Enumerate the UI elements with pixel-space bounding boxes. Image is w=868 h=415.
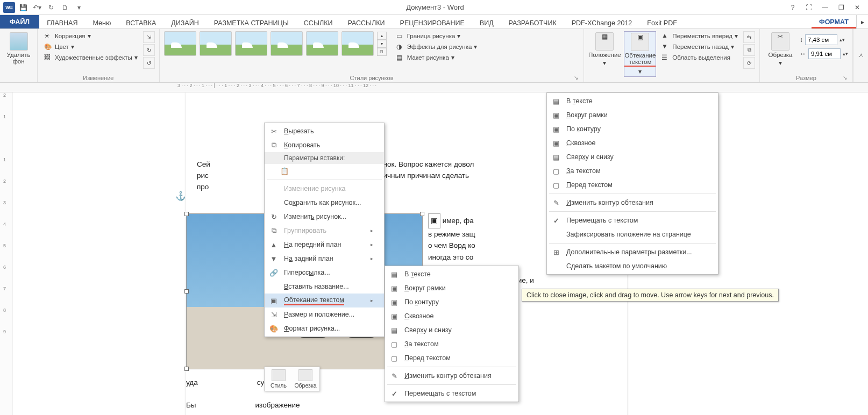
wrap-text-button[interactable]: ▣ Обтекание текстом▾ <box>624 31 656 77</box>
rotate-button[interactable]: ⟳ <box>743 57 755 69</box>
restore-button[interactable]: ❐ <box>834 2 849 13</box>
tab-layout[interactable]: РАЗМЕТКА СТРАНИЦЫ <box>207 15 296 28</box>
ctx-cut[interactable]: ✂Вырезать <box>265 124 384 138</box>
sub-move-with-text[interactable]: ✓Перемещать с текстом <box>385 387 518 400</box>
tab-view[interactable]: ВИД <box>472 15 501 28</box>
style-thumb-2[interactable] <box>200 31 232 56</box>
align-button[interactable]: ⇆ <box>743 31 755 43</box>
ctx-format-picture[interactable]: 🎨Формат рисунка... <box>265 321 384 335</box>
picture-effects-button[interactable]: ◑Эффекты для рисунка ▾ <box>394 42 480 52</box>
height-input[interactable]: ↕▴▾ <box>800 34 848 45</box>
style-thumb-1[interactable] <box>164 31 196 56</box>
minimize-button[interactable]: — <box>817 2 833 13</box>
wrap-set-default[interactable]: Сделать макетом по умолчанию <box>547 259 718 273</box>
styles-launcher[interactable]: ↘ <box>574 75 578 81</box>
height-field[interactable] <box>805 34 837 45</box>
sub-topbottom[interactable]: ▤Сверху и снизу <box>385 323 518 337</box>
gallery-up[interactable]: ▴ <box>377 32 387 40</box>
wrap-square-icon: ▣ <box>389 283 399 293</box>
picture-border-button[interactable]: ▭Граница рисунка ▾ <box>394 31 480 41</box>
ctx-copy[interactable]: ⧉Копировать <box>265 138 384 152</box>
picture-layout-button[interactable]: ▤Макет рисунка ▾ <box>394 53 480 62</box>
tab-file[interactable]: ФАЙЛ <box>0 15 39 28</box>
styles-gallery[interactable]: ▴ ▾ ⊟ <box>164 31 387 56</box>
qat-new[interactable]: 🗋 <box>59 2 71 13</box>
compress-pictures-button[interactable]: ⇲ <box>143 31 155 43</box>
wrap-square[interactable]: ▣Вокруг рамки <box>547 108 718 122</box>
wrap-front[interactable]: ▢Перед текстом <box>547 178 718 192</box>
qat-save[interactable]: 💾 <box>17 2 29 13</box>
ctx-wrap-text[interactable]: ▣Обтекание текстом▸ <box>265 294 384 307</box>
ctx-caption[interactable]: Вставить название... <box>265 280 384 294</box>
tab-developer[interactable]: РАЗРАБОТЧИК <box>501 15 564 28</box>
style-thumb-4[interactable] <box>271 31 303 56</box>
tab-references[interactable]: ССЫЛКИ <box>296 15 340 28</box>
ribbon-display-button[interactable]: ⛶ <box>801 2 816 13</box>
group-button[interactable]: ⧉ <box>743 44 755 56</box>
gallery-down[interactable]: ▾ <box>377 40 387 48</box>
change-picture-button[interactable]: ↻ <box>143 44 155 56</box>
selection-pane-button[interactable]: ☰Область выделения <box>659 53 740 62</box>
width-field[interactable] <box>808 48 841 59</box>
wrap-move-with-text[interactable]: ✓Перемещать с текстом <box>547 213 718 227</box>
ctx-send-back[interactable]: ▼На задний план▸ <box>265 252 384 266</box>
mini-style-button[interactable]: Стиль <box>267 369 290 389</box>
close-button[interactable]: ✕ <box>850 2 865 13</box>
sub-square[interactable]: ▣Вокруг рамки <box>385 281 518 295</box>
qat-undo[interactable]: ↶▾ <box>31 2 43 13</box>
width-input[interactable]: ↔▴▾ <box>800 48 848 59</box>
qat-customize[interactable]: ▾ <box>73 2 85 13</box>
wrap-fix-position[interactable]: Зафиксировать положение на странице <box>547 227 718 241</box>
sub-behind[interactable]: ▢За текстом <box>385 337 518 351</box>
crop-button[interactable]: ✂ Обрезка▾ <box>764 31 796 68</box>
sub-inline[interactable]: ▤В тексте <box>385 267 518 281</box>
size-icon: ⇲ <box>269 310 279 319</box>
artistic-effects-button[interactable]: 🖼Художественные эффекты ▾ <box>42 53 140 62</box>
tab-format[interactable]: ФОРМАТ <box>812 15 856 28</box>
color-button[interactable]: 🎨Цвет ▾ <box>42 42 140 52</box>
ctx-hyperlink[interactable]: 🔗Гиперссылка... <box>265 266 384 280</box>
wrap-behind[interactable]: ▢За текстом <box>547 164 718 178</box>
ctx-change-image[interactable]: ↻Изменить рисунок... <box>265 210 384 224</box>
style-thumb-3[interactable] <box>235 31 267 56</box>
style-thumb-5[interactable] <box>306 31 338 56</box>
remove-background-button[interactable]: Удалить фон <box>4 31 33 66</box>
gallery-more[interactable]: ⊟ <box>377 48 387 56</box>
wrap-topbottom[interactable]: ▤Сверху и снизу <box>547 150 718 164</box>
vertical-ruler[interactable]: 21123456789 <box>0 92 13 415</box>
ctx-paste-option[interactable]: 📋 <box>265 164 384 178</box>
help-button[interactable]: ? <box>785 2 800 13</box>
reset-picture-button[interactable]: ↺ <box>143 57 155 69</box>
tab-home[interactable]: ГЛАВНАЯ <box>39 15 85 28</box>
tab-design[interactable]: ДИЗАЙН <box>163 15 206 28</box>
style-thumb-6[interactable] <box>341 31 374 56</box>
size-launcher[interactable]: ↘ <box>843 75 847 81</box>
ctx-bring-front[interactable]: ▲На передний план▸ <box>265 238 384 252</box>
wrap-inline[interactable]: ▤В тексте <box>547 94 718 108</box>
tab-review[interactable]: РЕЦЕНЗИРОВАНИЕ <box>393 15 472 28</box>
tab-overflow[interactable]: ▸ <box>856 15 868 28</box>
sub-front[interactable]: ▢Перед текстом <box>385 351 518 365</box>
send-backward-button[interactable]: ▼Переместить назад ▾ <box>659 42 740 52</box>
tab-menu[interactable]: Меню <box>85 15 118 28</box>
sub-through[interactable]: ▣Сквозное <box>385 309 518 323</box>
wrap-more-options[interactable]: ⊞Дополнительные параметры разметки... <box>547 245 718 259</box>
tab-foxit[interactable]: Foxit PDF <box>639 15 685 28</box>
sub-tight[interactable]: ▣По контуру <box>385 295 518 309</box>
wrap-through[interactable]: ▣Сквозное <box>547 136 718 150</box>
tab-pdfxchange[interactable]: PDF-XChange 2012 <box>564 15 640 28</box>
mini-crop-button[interactable]: Обрезка <box>294 369 317 389</box>
position-button[interactable]: ▦ Положение▾ <box>588 31 621 68</box>
layout-options-icon[interactable]: ▣ <box>428 213 440 228</box>
tab-insert[interactable]: ВСТАВКА <box>118 15 163 28</box>
qat-redo[interactable]: ↻ <box>45 2 57 13</box>
bring-forward-button[interactable]: ▲Переместить вперед ▾ <box>659 31 740 41</box>
wrap-tight[interactable]: ▣По контуру <box>547 122 718 136</box>
corrections-button[interactable]: ☀Коррекция ▾ <box>42 31 140 41</box>
sub-edit-points[interactable]: ✎Изменить контур обтекания <box>385 369 518 383</box>
ctx-size-position[interactable]: ⇲Размер и положение... <box>265 307 384 321</box>
collapse-ribbon-button[interactable]: ㅅ <box>853 29 868 82</box>
ctx-save-as-picture[interactable]: Сохранить как рисунок... <box>265 196 384 210</box>
wrap-edit-points[interactable]: ✎Изменить контур обтекания <box>547 196 718 210</box>
tab-mailings[interactable]: РАССЫЛКИ <box>340 15 392 28</box>
